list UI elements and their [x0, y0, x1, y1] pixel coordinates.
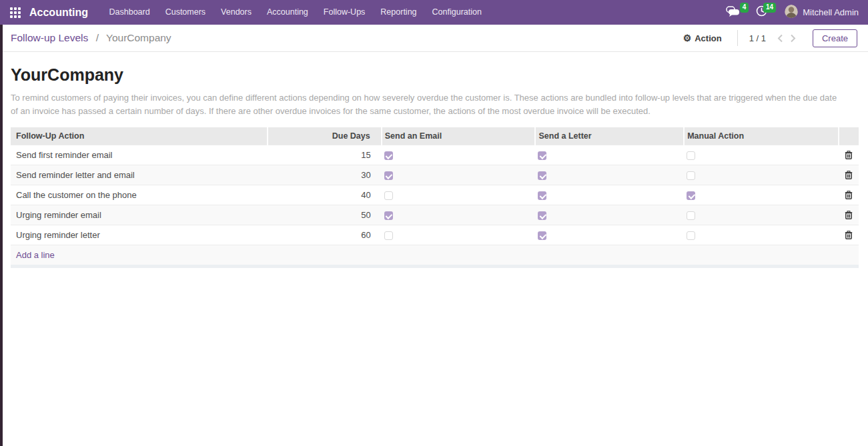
manual-action-checkbox[interactable]: [687, 231, 695, 240]
column-header-due-days: Due Days: [268, 127, 382, 145]
gear-icon: ⚙: [683, 33, 692, 43]
action-cell[interactable]: Send reminder letter and email: [11, 165, 268, 185]
breadcrumb: Follow-up Levels / YourCompany: [11, 32, 171, 44]
pager-value[interactable]: 1 / 1: [749, 33, 766, 43]
user-name: Mitchell Admin: [803, 7, 859, 17]
delete-row-button[interactable]: [843, 229, 854, 241]
trash-icon: [845, 171, 853, 179]
breadcrumb-separator: /: [96, 32, 99, 43]
column-header-manual-action: Manual Action: [684, 127, 839, 145]
chevron-left-icon: [777, 34, 783, 43]
menu-item-configuration[interactable]: Configuration: [424, 0, 489, 25]
pager-previous-button[interactable]: [774, 33, 787, 44]
navbar-left: Accounting Dashboard Customers Vendors A…: [10, 0, 489, 25]
due-days-cell[interactable]: 15: [268, 145, 382, 165]
action-cell[interactable]: Urging reminder email: [11, 205, 268, 225]
send-letter-checkbox[interactable]: [538, 171, 546, 180]
send-letter-checkbox[interactable]: [538, 151, 546, 160]
send-letter-checkbox[interactable]: [538, 231, 546, 240]
top-navbar: Accounting Dashboard Customers Vendors A…: [0, 0, 868, 25]
delete-row-button[interactable]: [843, 209, 854, 221]
due-days-cell[interactable]: 50: [268, 205, 382, 225]
messages-count-badge: 4: [740, 3, 749, 13]
user-menu[interactable]: Mitchell Admin: [775, 5, 859, 21]
pager-next-button[interactable]: [787, 33, 799, 44]
add-a-line-link[interactable]: Add a line: [16, 250, 55, 260]
window-left-edge: [0, 25, 3, 446]
control-panel-right: ⚙ Action 1 / 1 Create: [679, 29, 857, 47]
add-line-row: Add a line: [11, 245, 859, 265]
app-brand[interactable]: Accounting: [29, 7, 88, 19]
table-bottom-strip: [11, 265, 859, 268]
trash-icon: [845, 231, 853, 239]
menu-item-reporting[interactable]: Reporting: [373, 0, 424, 25]
table-row: Urging reminder email 50: [11, 205, 859, 225]
menu-item-accounting[interactable]: Accounting: [259, 0, 316, 25]
messages-menu[interactable]: 4: [718, 0, 748, 25]
breadcrumb-parent-link[interactable]: Follow-up Levels: [11, 32, 88, 43]
due-days-cell[interactable]: 60: [268, 225, 382, 245]
send-email-checkbox[interactable]: [384, 211, 393, 220]
send-letter-checkbox[interactable]: [538, 191, 546, 200]
due-days-cell[interactable]: 30: [268, 165, 382, 185]
due-days-cell[interactable]: 40: [268, 185, 382, 205]
apps-grid-icon[interactable]: [10, 7, 21, 18]
user-avatar: [785, 5, 798, 21]
send-email-checkbox[interactable]: [384, 191, 393, 200]
trash-icon: [845, 191, 853, 199]
breadcrumb-current: YourCompany: [106, 32, 171, 43]
menu-item-dashboard[interactable]: Dashboard: [101, 0, 157, 25]
trash-icon: [845, 211, 853, 219]
table-row: Urging reminder letter 60: [11, 225, 859, 245]
table-header: Follow-Up Action Due Days Send an Email …: [11, 127, 859, 145]
activities-count-badge: 14: [763, 3, 776, 13]
control-panel-divider: [737, 30, 738, 46]
send-letter-checkbox[interactable]: [538, 211, 546, 220]
manual-action-checkbox[interactable]: [687, 151, 695, 160]
delete-row-button[interactable]: [843, 189, 854, 201]
action-menu-label: Action: [695, 33, 721, 43]
create-button[interactable]: Create: [813, 29, 857, 47]
action-cell[interactable]: Send first reminder email: [11, 145, 268, 165]
table-body: Send first reminder email 15 Send remind…: [11, 145, 859, 265]
send-email-checkbox[interactable]: [384, 171, 393, 180]
chevron-right-icon: [790, 34, 796, 43]
send-email-checkbox[interactable]: [384, 151, 393, 160]
send-email-checkbox[interactable]: [384, 231, 393, 240]
column-header-follow-up-action: Follow-Up Action: [11, 127, 268, 145]
menu-item-vendors[interactable]: Vendors: [213, 0, 260, 25]
navbar-systray: 4 14 Mitch: [718, 0, 859, 25]
action-menu-button[interactable]: ⚙ Action: [679, 33, 726, 44]
manual-action-checkbox[interactable]: [687, 211, 695, 220]
main-menu: Dashboard Customers Vendors Accounting F…: [101, 0, 489, 25]
control-panel: Follow-up Levels / YourCompany ⚙ Action …: [0, 25, 868, 52]
menu-item-follow-ups[interactable]: Follow-Ups: [316, 0, 373, 25]
column-header-send-an-email: Send an Email: [382, 127, 536, 145]
manual-action-checkbox[interactable]: [687, 191, 695, 200]
action-cell[interactable]: Urging reminder letter: [11, 225, 268, 245]
chat-bubbles-icon: [726, 6, 740, 19]
table-row: Send reminder letter and email 30: [11, 165, 859, 185]
table-row: Send first reminder email 15: [11, 145, 859, 165]
column-header-send-a-letter: Send a Letter: [535, 127, 684, 145]
pager: 1 / 1: [749, 33, 799, 44]
table-row: Call the customer on the phone 40: [11, 185, 859, 205]
manual-action-checkbox[interactable]: [687, 171, 695, 180]
delete-row-button[interactable]: [843, 149, 854, 161]
menu-item-customers[interactable]: Customers: [157, 0, 213, 25]
page-description: To remind customers of paying their invo…: [11, 91, 846, 117]
delete-row-button[interactable]: [843, 169, 854, 181]
form-view: YourCompany To remind customers of payin…: [0, 52, 868, 268]
follow-up-levels-table: Follow-Up Action Due Days Send an Email …: [11, 127, 859, 265]
trash-icon: [845, 151, 853, 159]
column-header-delete: [839, 127, 859, 145]
activities-menu[interactable]: 14: [748, 0, 775, 25]
page-title: YourCompany: [11, 65, 859, 85]
action-cell[interactable]: Call the customer on the phone: [11, 185, 268, 205]
